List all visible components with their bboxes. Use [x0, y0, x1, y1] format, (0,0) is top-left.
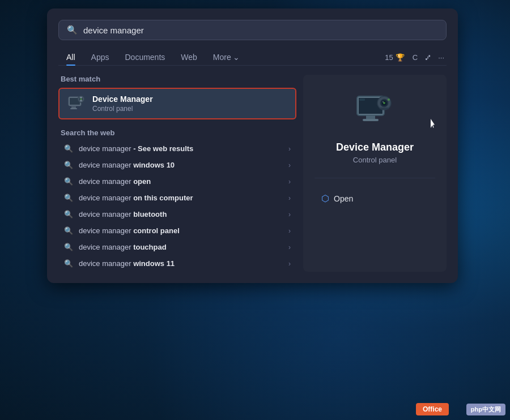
detail-app-name: Device Manager [336, 142, 414, 153]
main-content-area: Best match Devic [58, 75, 447, 272]
web-result-text-2: device manager open [79, 177, 283, 186]
tab-documents[interactable]: Documents [117, 49, 173, 65]
svg-rect-20 [380, 108, 389, 109]
web-result-4[interactable]: 🔍 device manager bluetooth › [58, 206, 296, 222]
filter-tabs-bar: All Apps Documents Web More ⌄ 15 🏆 C ⑇ ·… [58, 49, 447, 66]
open-label: Open [334, 194, 353, 203]
network-icon: ⑇ [426, 53, 430, 62]
device-manager-icon-small [67, 95, 86, 113]
search-web-icon-7: 🔍 [64, 259, 73, 268]
trophy-icon: 🏆 [396, 53, 405, 62]
svg-point-8 [80, 98, 82, 100]
tab-more[interactable]: More ⌄ [205, 49, 248, 65]
web-result-text-4: device manager bluetooth [79, 210, 283, 218]
tab-web[interactable]: Web [173, 49, 205, 65]
web-result-text-5: device manager control panel [79, 226, 283, 235]
open-icon: ⬡ [321, 193, 329, 204]
web-result-text-7: device manager windows 11 [79, 259, 283, 268]
detail-app-subtitle: Control panel [353, 156, 397, 164]
svg-rect-13 [363, 119, 379, 121]
web-result-6[interactable]: 🔍 device manager touchpad › [58, 239, 296, 255]
web-result-3[interactable]: 🔍 device manager on this computer › [58, 190, 296, 206]
sort-letter: C [413, 53, 418, 62]
filter-right-actions: 15 🏆 C ⑇ ··· [385, 53, 447, 62]
arrow-icon-5: › [288, 227, 291, 235]
svg-rect-2 [71, 106, 76, 108]
office-badge[interactable]: Office [416, 403, 449, 415]
search-web-icon-3: 🔍 [64, 194, 73, 202]
detail-divider [314, 178, 435, 178]
ellipsis-icon: ··· [438, 53, 444, 62]
svg-rect-11 [359, 98, 365, 101]
tab-all[interactable]: All [58, 49, 83, 65]
search-web-icon-0: 🔍 [64, 144, 73, 153]
tab-apps[interactable]: Apps [83, 49, 117, 65]
web-result-0[interactable]: 🔍 device manager - See web results › [58, 140, 296, 157]
bottom-bar: Office [47, 398, 458, 420]
web-result-text-6: device manager touchpad [79, 243, 283, 251]
chevron-down-icon: ⌄ [233, 53, 240, 62]
search-panel: 🔍 All Apps Documents Web More ⌄ 15 🏆 C ⑇… [47, 8, 458, 283]
arrow-icon-2: › [288, 178, 291, 186]
arrow-icon-7: › [288, 260, 291, 268]
search-web-icon-6: 🔍 [64, 243, 73, 251]
result-count-item: 15 🏆 [385, 53, 404, 62]
svg-rect-6 [80, 97, 82, 98]
arrow-icon-4: › [288, 211, 291, 218]
left-results-panel: Best match Devic [58, 75, 296, 272]
web-section-label: Search the web [58, 128, 296, 137]
search-web-icon-2: 🔍 [64, 177, 73, 186]
search-web-icon-5: 🔍 [64, 226, 73, 235]
web-result-7[interactable]: 🔍 device manager windows 11 › [58, 255, 296, 272]
svg-rect-7 [80, 100, 82, 101]
web-result-5[interactable]: 🔍 device manager control panel › [58, 222, 296, 239]
search-input[interactable] [83, 25, 438, 35]
best-match-title: Device Manager [92, 95, 153, 104]
web-result-2[interactable]: 🔍 device manager open › [58, 173, 296, 190]
arrow-icon-3: › [288, 194, 291, 202]
more-options-button[interactable]: ··· [438, 53, 444, 62]
search-web-icon-1: 🔍 [64, 161, 73, 169]
open-button[interactable]: ⬡ Open [314, 190, 360, 207]
search-box-container[interactable]: 🔍 [58, 20, 447, 40]
php-badge: php中文网 [466, 404, 505, 415]
arrow-icon-6: › [288, 243, 291, 251]
search-web-icon-4: 🔍 [64, 210, 73, 218]
arrow-icon-1: › [288, 161, 291, 169]
best-match-subtitle: Control panel [92, 105, 153, 113]
best-match-label: Best match [58, 75, 296, 83]
web-result-text-1: device manager windows 10 [79, 161, 283, 169]
network-icon-item[interactable]: ⑇ [426, 53, 430, 62]
web-result-text-3: device manager on this computer [79, 194, 283, 202]
search-icon: 🔍 [67, 25, 78, 35]
svg-rect-3 [70, 108, 77, 109]
svg-rect-12 [366, 115, 375, 119]
detail-panel: Device Manager Control panel ⬡ Open [303, 75, 447, 272]
svg-point-18 [382, 101, 384, 102]
web-result-1[interactable]: 🔍 device manager windows 10 › [58, 157, 296, 173]
sort-letter-item[interactable]: C [413, 53, 418, 62]
result-count: 15 [385, 53, 393, 62]
web-result-text-0: device manager - See web results [79, 144, 283, 153]
device-manager-icon-large [355, 92, 396, 132]
best-match-text-block: Device Manager Control panel [92, 95, 153, 113]
arrow-icon-0: › [288, 145, 291, 153]
best-match-item[interactable]: Device Manager Control panel [58, 88, 296, 119]
svg-point-19 [388, 98, 390, 101]
